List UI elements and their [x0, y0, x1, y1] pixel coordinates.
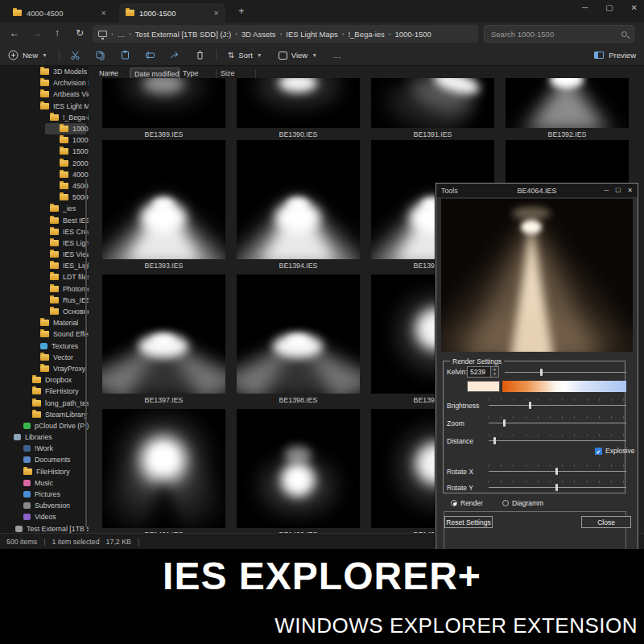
sidebar-item[interactable]: IES Light Map [0, 101, 89, 112]
sidebar-item[interactable]: FileHistory [0, 466, 89, 477]
breadcrumb-item[interactable]: !_Bega-ies [348, 30, 384, 39]
sidebar-item[interactable]: Dropbox [0, 374, 89, 386]
file-thumbnail[interactable] [371, 78, 494, 128]
sidebar-scrollbar[interactable] [85, 179, 87, 527]
file-thumbnail[interactable] [237, 78, 360, 128]
close-icon[interactable]: ✕ [631, 3, 638, 12]
diagramm-radio[interactable]: Diagramm [502, 499, 543, 507]
sidebar-item[interactable]: Pictures [0, 489, 89, 500]
sidebar-item[interactable]: Rus_IES [0, 295, 89, 306]
tab-close-icon[interactable]: ✕ [101, 10, 106, 17]
sidebar-item[interactable]: Music [0, 477, 89, 489]
sidebar-item[interactable]: Photome [0, 283, 89, 295]
breadcrumb-item[interactable]: 1000-1500 [394, 30, 431, 39]
up-icon[interactable]: ↑ [55, 27, 60, 39]
sidebar-item[interactable]: Sound Effect [0, 328, 89, 340]
tool-minimize-icon[interactable]: ─ [604, 187, 609, 194]
checkbox-check-icon[interactable]: ✔ [595, 448, 602, 455]
delete-button[interactable] [195, 50, 205, 60]
kelvin-gradient-bar[interactable] [502, 381, 626, 392]
sidebar-item[interactable]: 2000- [0, 158, 89, 169]
sidebar-item[interactable]: LDT files [0, 271, 89, 283]
new-button[interactable]: New ▼ [8, 50, 47, 60]
breadcrumb-overflow[interactable]: … [118, 30, 126, 39]
file-thumbnail[interactable] [102, 140, 225, 259]
column-name[interactable]: Name [99, 69, 118, 77]
sidebar-item[interactable]: Archvision RI [0, 77, 89, 89]
breadcrumb-item[interactable]: IES Light Maps [286, 30, 337, 39]
back-icon[interactable]: ← [10, 27, 19, 39]
file-thumbnail[interactable] [102, 78, 225, 128]
spin-down-icon[interactable]: ▼ [491, 372, 498, 377]
sidebar-item[interactable]: long_path_testlo [0, 397, 89, 408]
sidebar-item[interactable]: FileHistory [0, 386, 89, 397]
view-button[interactable]: View ▼ [279, 51, 317, 60]
tool-close-icon[interactable]: ✕ [627, 187, 633, 194]
sidebar-item[interactable]: IES Viewe [0, 249, 89, 260]
share-button[interactable] [170, 50, 180, 60]
breadcrumb-item[interactable]: 3D Assets [242, 30, 276, 39]
sidebar-item[interactable]: Vector [0, 352, 89, 363]
cut-button[interactable] [70, 50, 80, 60]
tool-window-titlebar[interactable]: Tools BE4064.IES ─ ☐ ✕ [436, 184, 638, 197]
more-button[interactable]: … [333, 51, 341, 60]
zoom-slider[interactable] [489, 419, 626, 427]
file-thumbnail[interactable] [102, 409, 225, 528]
preview-toggle[interactable]: Preview [594, 51, 636, 60]
sidebar-item[interactable]: 1500- [0, 146, 89, 157]
sidebar-item[interactable]: IES Lights [0, 237, 89, 249]
spinbox-arrows[interactable]: ▲▼ [490, 367, 498, 377]
sidebar-item[interactable]: Artbeats Vide [0, 89, 89, 100]
kelvin-slider[interactable] [505, 369, 626, 376]
distance-slider[interactable] [489, 437, 626, 444]
column-size[interactable]: Size [221, 69, 235, 77]
forward-icon[interactable]: → [32, 27, 42, 39]
sidebar-item[interactable]: VrayProxy [0, 363, 89, 374]
sidebar-item[interactable]: Libraries [0, 431, 89, 443]
radio-unselected-icon[interactable] [502, 500, 509, 506]
sidebar-item[interactable]: Test External [1TB SDD] ( [0, 523, 89, 534]
paste-button[interactable] [120, 50, 130, 60]
kelvin-spinbox[interactable]: 5239 ▲▼ [467, 366, 499, 378]
sidebar-item[interactable]: !Work [0, 443, 89, 454]
sidebar-item[interactable]: Material [0, 317, 89, 328]
sidebar-item[interactable]: 1000- [0, 134, 89, 146]
column-type[interactable]: Type [183, 69, 199, 77]
tool-maximize-icon[interactable]: ☐ [615, 187, 621, 194]
sidebar-item[interactable]: Videos [0, 511, 89, 522]
refresh-icon[interactable]: ↻ [76, 27, 84, 39]
sidebar-item[interactable]: Основны [0, 306, 89, 317]
sidebar-item[interactable]: IES Creato [0, 226, 89, 237]
file-thumbnail[interactable] [102, 275, 225, 394]
sidebar-item[interactable]: _ies [0, 203, 89, 214]
sidebar-item[interactable]: Documents [0, 454, 89, 465]
search-input[interactable]: Search 1000-1500 [484, 25, 634, 43]
sidebar-item[interactable]: 1000- [0, 123, 89, 134]
sidebar-item[interactable]: 4500- [0, 180, 89, 192]
sidebar-item[interactable]: IES_Light_ [0, 260, 89, 271]
tab-1000-1500[interactable]: 1000-1500 ✕ [119, 3, 225, 23]
rotate-y-slider[interactable] [489, 484, 626, 491]
file-thumbnail[interactable] [237, 275, 360, 394]
file-thumbnail[interactable] [237, 409, 360, 528]
sidebar-item[interactable]: 4000- [0, 169, 89, 180]
minimize-icon[interactable]: ─ [582, 3, 588, 12]
kelvin-slider-thumb[interactable] [540, 369, 543, 376]
file-thumbnail[interactable] [506, 78, 629, 128]
sidebar-item[interactable]: !_Bega-ie [0, 112, 89, 123]
copy-button[interactable] [95, 50, 105, 60]
close-button[interactable]: Close [581, 516, 631, 528]
new-tab-button[interactable]: + [238, 5, 245, 17]
render-radio[interactable]: Render [451, 499, 483, 507]
tab-4000-4500[interactable]: 4000-4500 ✕ [6, 3, 113, 23]
maximize-icon[interactable]: ▢ [605, 3, 613, 12]
sidebar-item[interactable]: Textures [0, 341, 89, 352]
explosive-checkbox[interactable]: ✔ Explosive [595, 447, 634, 455]
sidebar-item[interactable]: Subversion [0, 500, 89, 511]
sidebar-item[interactable]: pCloud Drive (P:) [0, 420, 89, 431]
rotate-x-slider[interactable] [489, 468, 626, 475]
breadcrumb[interactable]: › … › Test External [1TB SDD] (J:)›3D As… [93, 25, 478, 43]
sidebar-item[interactable]: 5000- [0, 192, 89, 203]
radio-selected-icon[interactable] [451, 500, 457, 506]
sidebar-item[interactable]: 3D Models [0, 66, 89, 77]
